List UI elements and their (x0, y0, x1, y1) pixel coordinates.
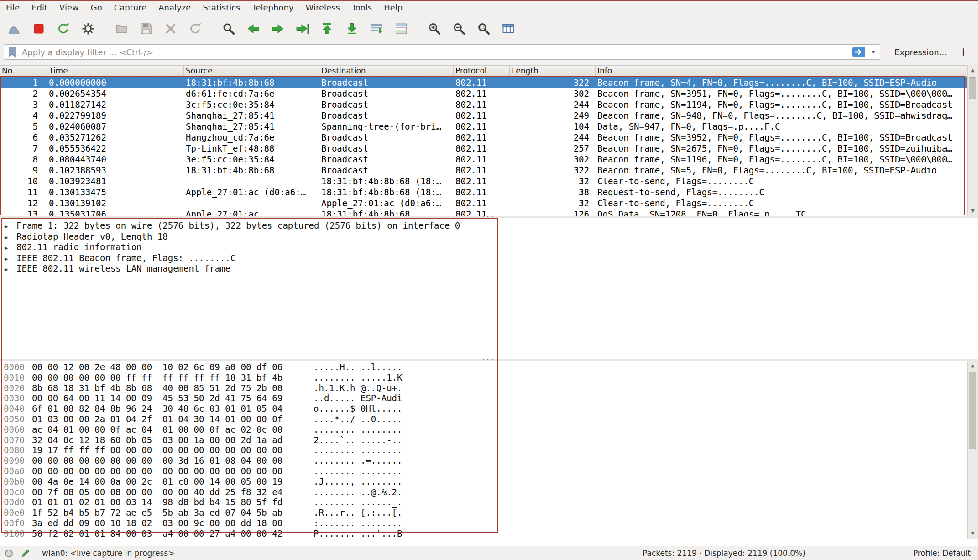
scrollbar-thumb[interactable] (969, 77, 976, 99)
expression-button[interactable]: Expression... (890, 47, 952, 57)
hex-row[interactable]: 00a000 00 00 00 00 00 00 00 00 00 00 00 … (0, 466, 978, 476)
filter-bookmark-icon[interactable] (7, 46, 17, 58)
hex-ascii[interactable]: P....... ...'...B (314, 529, 402, 539)
hex-ascii[interactable]: ........ ......_. (314, 497, 402, 508)
col-header-no[interactable]: No. (0, 66, 47, 76)
hex-bytes[interactable]: 01 01 01 02 01 00 03 14 98 d8 bd b4 15 8… (32, 497, 290, 508)
detail-line[interactable]: ▸802.11 radio information (0, 242, 978, 253)
menu-telephony[interactable]: Telephony (246, 1, 299, 15)
packet-row[interactable]: 120.130139102Apple_27:01:ac (d0:a6:…802.… (0, 198, 967, 209)
display-filter-box[interactable]: ▾ (4, 44, 880, 60)
hex-ascii[interactable]: 2....`.. .....-.. (314, 435, 402, 445)
hex-bytes[interactable]: 32 04 0c 12 18 60 0b 05 03 00 1a 00 00 2… (32, 435, 290, 445)
packet-bytes-scrollbar[interactable]: ▲ ▼ (967, 361, 978, 539)
col-header-time[interactable]: Time (47, 66, 184, 76)
go-last-icon[interactable] (342, 19, 362, 39)
menu-wireless[interactable]: Wireless (299, 1, 345, 15)
hex-ascii[interactable]: ........ .....1.K (314, 372, 402, 383)
expert-info-icon[interactable] (5, 549, 13, 560)
hex-row[interactable]: 008019 17 ff ff ff 00 00 00 00 00 00 00 … (0, 445, 978, 455)
expand-arrow-icon[interactable]: ▸ (5, 221, 13, 232)
expand-arrow-icon[interactable]: ▸ (5, 264, 13, 275)
hex-bytes[interactable]: 00 7f 08 05 00 08 00 00 00 00 40 dd 25 f… (32, 487, 290, 497)
hex-bytes[interactable]: 1f 52 b4 b5 b7 72 ae e5 5b ab 3a ed 07 0… (32, 508, 290, 518)
colorize-icon[interactable] (391, 19, 411, 39)
menu-edit[interactable]: Edit (26, 1, 53, 15)
menu-view[interactable]: View (53, 1, 85, 15)
hex-row[interactable]: 001000 00 80 00 00 00 ff ff ff ff ff ff … (0, 372, 978, 383)
col-header-destination[interactable]: Destination (319, 66, 454, 76)
pane-splitter-bottom[interactable]: ··· (0, 359, 978, 361)
capture-options-icon[interactable] (78, 19, 98, 39)
zoom-100-icon[interactable]: 1:1 (474, 19, 494, 39)
hex-ascii[interactable]: ........ ........ (314, 424, 402, 435)
hex-ascii[interactable]: ....*../ ..0..... (314, 414, 402, 424)
menu-go[interactable]: Go (85, 1, 108, 15)
hex-row[interactable]: 00f03a ed dd 09 00 10 18 02 03 00 9c 00 … (0, 518, 978, 529)
hex-bytes[interactable]: 3a ed dd 09 00 10 18 02 03 00 9c 00 00 d… (32, 518, 290, 529)
hex-ascii[interactable]: .J....., ........ (314, 476, 402, 487)
display-filter-input[interactable] (21, 47, 848, 58)
hex-row[interactable]: 00208b 68 18 31 bf 4b 8b 68 40 00 85 51 … (0, 383, 978, 393)
hex-bytes[interactable]: 8b 68 18 31 bf 4b 8b 68 40 00 85 51 2d 7… (32, 383, 290, 393)
scroll-down-icon[interactable]: ▼ (968, 206, 978, 216)
go-back-icon[interactable] (243, 19, 263, 39)
packet-list-scrollbar[interactable]: ▲ ▼ (967, 65, 978, 216)
expand-arrow-icon[interactable]: ▸ (5, 243, 13, 254)
packet-row[interactable]: 100.10392348118:31:bf:4b:8b:68 (18:…802.… (0, 176, 967, 187)
packet-row[interactable]: 110.130133475Apple_27:01:ac (d0:a6:…18:3… (0, 187, 967, 198)
find-packet-icon[interactable] (219, 19, 239, 39)
packet-row[interactable]: 10.00000000018:31:bf:4b:8b:68Broadcast80… (0, 77, 967, 88)
hex-bytes[interactable]: 00 4a 0e 14 00 0a 00 2c 01 c8 00 14 00 0… (32, 476, 290, 487)
apply-filter-icon[interactable] (852, 47, 866, 58)
hex-row[interactable]: 00e01f 52 b4 b5 b7 72 ae e5 5b ab 3a ed … (0, 508, 978, 518)
hex-bytes[interactable]: 00 00 64 00 11 14 00 09 45 53 50 2d 41 7… (32, 393, 290, 403)
hex-ascii[interactable]: ........ ..@.%.2. (314, 487, 402, 497)
hex-row[interactable]: 007032 04 0c 12 18 60 0b 05 03 00 1a 00 … (0, 435, 978, 445)
menu-help[interactable]: Help (378, 1, 408, 15)
scrollbar-thumb[interactable] (969, 372, 976, 449)
packet-row[interactable]: 60.035271262Hangzhou_cd:7a:6eBroadcast80… (0, 132, 967, 143)
hex-ascii[interactable]: .....H.. ..l..... (314, 362, 402, 372)
hex-bytes[interactable]: 6f 01 08 82 84 8b 96 24 30 48 6c 03 01 0… (32, 403, 290, 414)
hex-ascii[interactable]: ........ .=...... (314, 455, 402, 466)
menu-analyze[interactable]: Analyze (152, 1, 197, 15)
packet-row[interactable]: 70.055536422Tp-LinkT_ef:48:88Broadcast80… (0, 143, 967, 154)
hex-bytes[interactable]: 00 00 00 00 00 00 00 00 00 00 00 00 00 0… (32, 466, 290, 476)
add-filter-button[interactable]: + (956, 46, 974, 58)
hex-bytes[interactable]: 19 17 ff ff ff 00 00 00 00 00 00 00 00 0… (32, 445, 290, 455)
detail-line[interactable]: ▸Frame 1: 322 bytes on wire (2576 bits),… (0, 220, 978, 231)
hex-bytes[interactable]: 00 00 80 00 00 00 ff ff ff ff ff ff 18 3… (32, 372, 290, 383)
hex-bytes[interactable]: 00 00 12 00 2e 48 00 00 10 02 6c 09 a0 0… (32, 362, 290, 372)
hex-row[interactable]: 010050 f2 02 01 01 84 00 03 a4 00 00 27 … (0, 529, 978, 539)
col-header-source[interactable]: Source (184, 66, 319, 76)
hex-ascii[interactable]: :....... ........ (314, 518, 402, 529)
menu-capture[interactable]: Capture (108, 1, 153, 15)
profile-text[interactable]: Profile: Default (913, 546, 971, 560)
auto-scroll-icon[interactable] (366, 19, 387, 39)
packet-row[interactable]: 50.024060087Shanghai_27:85:41Spanning-tr… (0, 121, 967, 132)
hex-row[interactable]: 00c000 7f 08 05 00 08 00 00 00 00 40 dd … (0, 487, 978, 497)
hex-bytes[interactable]: 01 03 00 00 2a 01 04 2f 01 04 30 14 01 0… (32, 414, 290, 424)
hex-ascii[interactable]: .R...r.. [.:...[. (314, 508, 402, 518)
col-header-protocol[interactable]: Protocol (454, 66, 510, 76)
packet-row[interactable]: 80.0804437403e:f5:cc:0e:35:84Broadcast80… (0, 154, 967, 165)
packet-row[interactable]: 30.0118271423c:f5:cc:0e:35:84Broadcast80… (0, 99, 967, 110)
resize-columns-icon[interactable] (498, 19, 518, 39)
menu-tools[interactable]: Tools (346, 1, 378, 15)
hex-ascii[interactable]: .h.1.K.h @..Q-u+. (314, 383, 402, 393)
restart-capture-icon[interactable] (53, 19, 73, 39)
filter-dropdown-icon[interactable]: ▾ (869, 48, 877, 56)
scroll-down-icon[interactable]: ▼ (968, 529, 978, 539)
zoom-in-icon[interactable] (424, 19, 445, 39)
scroll-up-icon[interactable]: ▲ (968, 65, 978, 75)
hex-bytes[interactable]: 50 f2 02 01 01 84 00 03 a4 00 00 27 a4 0… (32, 529, 290, 539)
go-forward-icon[interactable] (268, 19, 288, 39)
detail-line[interactable]: ▸Radiotap Header v0, Length 18 (0, 231, 978, 242)
detail-line[interactable]: ▸IEEE 802.11 Beacon frame, Flags: ......… (0, 253, 978, 264)
menu-file[interactable]: File (0, 1, 26, 15)
hex-row[interactable]: 005001 03 00 00 2a 01 04 2f 01 04 30 14 … (0, 414, 978, 424)
hex-ascii[interactable]: ..d..... ESP-Audi (314, 393, 402, 403)
packet-row[interactable]: 90.10238859318:31:bf:4b:8b:68Broadcast80… (0, 165, 967, 176)
hex-ascii[interactable]: ........ ........ (314, 466, 402, 476)
